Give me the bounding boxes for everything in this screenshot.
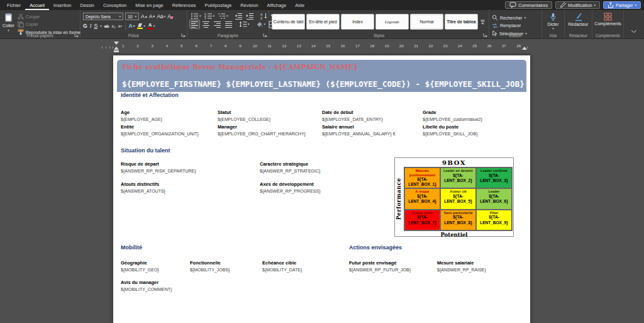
font-color-button[interactable]: A▾ <box>148 23 155 30</box>
comments-button[interactable]: Commentaires <box>505 1 552 9</box>
highlight-color-button[interactable]: ▾ <box>137 23 145 29</box>
styles-dialog-launcher[interactable] <box>483 33 487 37</box>
align-right-button[interactable] <box>213 20 222 28</box>
hanging-indent-marker[interactable] <box>114 47 119 50</box>
replace-button[interactable]: Remplacer <box>492 23 539 29</box>
align-left-button[interactable] <box>190 20 199 28</box>
underline-button[interactable]: S <box>94 23 97 29</box>
menu-tab-accueil[interactable]: Accueil <box>25 0 49 10</box>
cut-button[interactable]: Couper <box>18 13 80 20</box>
ninebox-y-axis-label: Performance <box>396 167 404 231</box>
left-indent-marker[interactable] <box>114 50 119 52</box>
align-center-button[interactable] <box>201 20 211 28</box>
collapse-ribbon-button[interactable] <box>624 10 644 38</box>
field-manager: Manager${EMPLOYEE_ORG_CHART_HIERARCHY} <box>218 123 306 137</box>
clipboard-dialog-launcher[interactable] <box>74 33 79 37</box>
line-spacing-button[interactable]: ▾ <box>238 20 250 28</box>
clear-formatting-button[interactable]: A <box>167 14 171 20</box>
paragraph-dialog-launcher[interactable] <box>263 33 267 37</box>
font-group-label: Police <box>80 33 187 38</box>
clipboard-icon <box>4 13 13 22</box>
voice-group: Dicter ▾ Voix <box>542 10 565 38</box>
ninebox-cell-4: A risque${TA-LENT_BOX_4} <box>404 188 440 209</box>
field-grade: Grade${EMPLOYEE_customValue2} <box>423 109 482 123</box>
menu-tab-insertion[interactable]: Insertion <box>49 0 75 10</box>
menu-tab-references[interactable]: Références <box>168 0 201 10</box>
addins-group-label: Compléments <box>592 33 623 38</box>
subscript-button[interactable]: x₂ <box>111 24 115 28</box>
paragraph-group: ▾ 123▾ ▾ AZ ¶ ▾ ▾ ▾ Paragra <box>187 10 269 38</box>
multilevel-list-button[interactable]: ▾ <box>217 12 229 20</box>
ninebox-image[interactable]: 9BOX Performance Mauvais positionnement$… <box>394 157 514 237</box>
style-contenu-de-tableau[interactable]: Contenu de tabl <box>272 14 305 30</box>
ribbon: Coller ▾ Couper Copier Reproduire la mis… <box>0 10 644 39</box>
share-button[interactable]: Partager ▾ <box>603 1 641 9</box>
font-dialog-launcher[interactable] <box>181 33 186 37</box>
document-page[interactable]: Fiche synthétique Revue Managériale - ${… <box>113 55 530 323</box>
italic-button[interactable]: I <box>90 23 92 29</box>
microphone-icon <box>550 13 557 21</box>
field-mesure-salariale: Mesure salariale${ANSWER_RP_RAISE} <box>437 259 486 273</box>
ninebox-cell-5: Acteur clé${TA-LENT_BOX_5} <box>440 188 476 209</box>
scissors-icon <box>18 13 24 20</box>
text-effects-button[interactable]: A▾ <box>129 23 135 29</box>
right-indent-marker[interactable] <box>522 47 527 50</box>
font-family-select[interactable]: DejaVu Sans▾ <box>83 13 123 20</box>
banner-subtitle: ${EMPLOYEE_FIRSTNAME} ${EMPLOYEE_LASTNAM… <box>122 79 525 89</box>
decrease-indent-button[interactable] <box>234 12 243 20</box>
menu-tab-fichier[interactable]: Fichier <box>3 0 25 10</box>
menu-tab-mise-en-page[interactable]: Mise en page <box>131 0 167 10</box>
ninebox-grid: Mauvais positionnement${TA-LENT_BOX_1} L… <box>404 167 513 231</box>
field-futur-poste: Futur poste envisagé${ANSWER_RP_FUTUR_JO… <box>349 259 411 273</box>
superscript-button[interactable]: x² <box>118 24 122 28</box>
find-button[interactable]: Rechercher▾ <box>492 14 539 21</box>
editor-group: Rédacteur Rédacteur <box>565 10 592 38</box>
font-color-swatch <box>148 28 153 30</box>
copy-button[interactable]: Copier <box>18 21 80 28</box>
increase-indent-button[interactable] <box>245 12 255 20</box>
strikethrough-button[interactable]: ab <box>104 24 109 28</box>
copy-icon <box>18 21 24 28</box>
banner-title: Fiche synthétique Revue Managériale - ${… <box>122 63 521 71</box>
menu-tab-publipostage[interactable]: Publipostage <box>201 0 236 10</box>
bold-button[interactable]: G <box>83 23 87 29</box>
style-entete-et-pied[interactable]: En-tête et pied <box>306 14 340 30</box>
font-size-select[interactable]: 10▾ <box>125 13 139 20</box>
style-normal[interactable]: Normal <box>410 14 443 30</box>
field-geographie: Géographie${MOBILITY_GEO} <box>121 259 159 273</box>
bullets-button[interactable]: ▾ <box>190 12 202 20</box>
replace-icon <box>492 23 498 29</box>
sort-button[interactable]: AZ <box>260 12 269 20</box>
field-risque-depart: Risque de départ${ANSWER_RP_RISK_DEPARTU… <box>121 161 196 174</box>
menu-tab-affichage[interactable]: Affichage <box>263 0 291 10</box>
chevron-down-icon <box>631 30 637 33</box>
grow-font-button[interactable]: A▴ <box>141 14 147 20</box>
clipboard-group-label: Presse-papiers <box>0 33 80 38</box>
menu-tab-revision[interactable]: Révision <box>236 0 262 10</box>
pencil-icon <box>560 2 566 8</box>
editing-mode-button[interactable]: Modification ▾ <box>555 1 600 9</box>
style-titre-de-tableau[interactable]: Titre de tablea <box>445 14 478 30</box>
menu-tab-conception[interactable]: Conception <box>99 0 131 10</box>
addins-button[interactable]: Compléments <box>595 12 621 26</box>
menu-tab-aide[interactable]: Aide <box>291 0 309 10</box>
shading-button[interactable]: ▾ <box>255 20 267 28</box>
dictate-button[interactable]: Dicter ▾ <box>545 12 562 30</box>
justify-button[interactable] <box>224 20 233 28</box>
style-legende[interactable]: Légende <box>375 14 409 30</box>
numbering-button[interactable]: 123▾ <box>204 12 216 20</box>
highlighter-icon <box>137 23 143 29</box>
first-line-indent-marker[interactable] <box>114 42 119 45</box>
menu-tab-dessin[interactable]: Dessin <box>75 0 99 10</box>
addins-grid-icon <box>604 13 612 21</box>
styles-group: Contenu de tabl En-tête et pied Index Lé… <box>269 10 489 38</box>
paste-button[interactable]: Coller ▾ <box>3 12 14 35</box>
style-index[interactable]: Index <box>341 14 374 30</box>
shrink-font-button[interactable]: A▾ <box>149 14 155 20</box>
styles-gallery-more-button[interactable] <box>479 14 486 30</box>
editor-button[interactable]: Rédacteur <box>567 12 589 26</box>
section-heading-talent: Situation du talent <box>121 147 170 154</box>
ruler: 1234567891011121314151617181920212223242… <box>0 39 644 53</box>
share-icon <box>608 2 614 8</box>
change-case-button[interactable]: Aa▾ <box>157 14 165 20</box>
